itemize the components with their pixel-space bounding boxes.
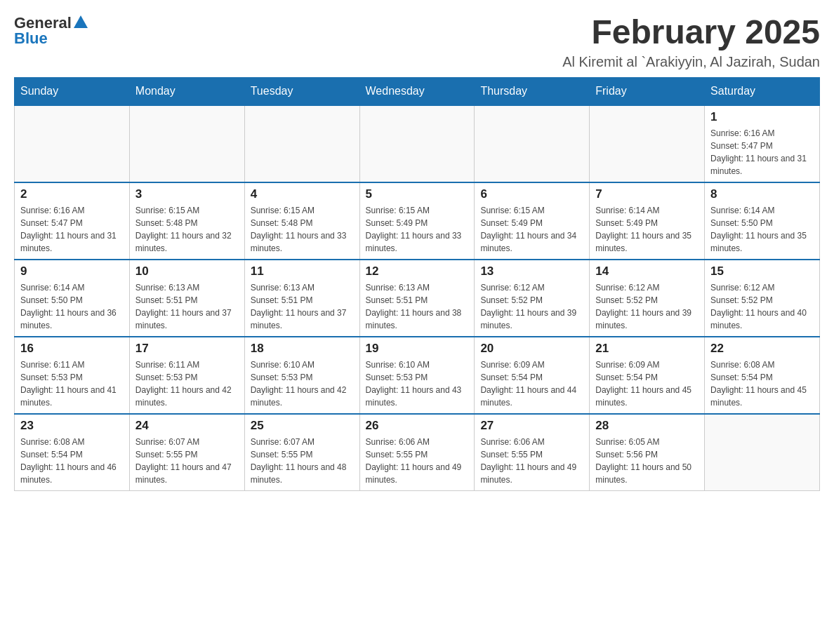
day-number: 21 — [595, 342, 699, 356]
page-header: General Blue February 2025 Al Kiremit al… — [14, 14, 820, 70]
table-row — [705, 414, 820, 491]
logo: General Blue — [14, 14, 88, 48]
month-title: February 2025 — [562, 14, 820, 51]
col-saturday: Saturday — [705, 77, 820, 105]
calendar-week-row: 16Sunrise: 6:11 AMSunset: 5:53 PMDayligh… — [15, 337, 820, 414]
day-number: 18 — [251, 342, 354, 356]
day-number: 1 — [710, 110, 814, 124]
table-row — [244, 105, 359, 182]
col-sunday: Sunday — [15, 77, 130, 105]
table-row: 10Sunrise: 6:13 AMSunset: 5:51 PMDayligh… — [129, 260, 244, 337]
table-row: 27Sunrise: 6:06 AMSunset: 5:55 PMDayligh… — [475, 414, 590, 491]
day-number: 20 — [480, 342, 583, 356]
day-info: Sunrise: 6:10 AMSunset: 5:53 PMDaylight:… — [251, 358, 354, 409]
location-text: Al Kiremit al `Arakiyyin, Al Jazirah, Su… — [562, 54, 820, 70]
logo-blue-text: Blue — [14, 29, 48, 48]
day-number: 22 — [710, 342, 814, 356]
table-row: 4Sunrise: 6:15 AMSunset: 5:48 PMDaylight… — [244, 182, 359, 260]
day-number: 16 — [20, 342, 124, 356]
day-number: 14 — [595, 264, 699, 279]
day-number: 3 — [135, 187, 239, 201]
day-info: Sunrise: 6:15 AMSunset: 5:48 PMDaylight:… — [251, 204, 354, 255]
title-section: February 2025 Al Kiremit al `Arakiyyin, … — [562, 14, 820, 70]
col-friday: Friday — [590, 77, 705, 105]
col-monday: Monday — [129, 77, 244, 105]
table-row: 13Sunrise: 6:12 AMSunset: 5:52 PMDayligh… — [475, 260, 590, 337]
day-number: 27 — [480, 419, 583, 433]
day-number: 6 — [480, 187, 583, 201]
table-row: 12Sunrise: 6:13 AMSunset: 5:51 PMDayligh… — [359, 260, 475, 337]
calendar-header-row: Sunday Monday Tuesday Wednesday Thursday… — [15, 77, 820, 105]
table-row — [475, 105, 590, 182]
day-info: Sunrise: 6:05 AMSunset: 5:56 PMDaylight:… — [595, 436, 699, 486]
day-number: 2 — [20, 187, 124, 201]
day-info: Sunrise: 6:16 AMSunset: 5:47 PMDaylight:… — [20, 204, 124, 255]
day-number: 10 — [135, 264, 239, 279]
calendar-table: Sunday Monday Tuesday Wednesday Thursday… — [14, 77, 820, 492]
col-wednesday: Wednesday — [359, 77, 475, 105]
day-info: Sunrise: 6:06 AMSunset: 5:55 PMDaylight:… — [366, 436, 469, 486]
table-row: 18Sunrise: 6:10 AMSunset: 5:53 PMDayligh… — [244, 337, 359, 414]
day-info: Sunrise: 6:14 AMSunset: 5:49 PMDaylight:… — [595, 204, 699, 255]
calendar-week-row: 1Sunrise: 6:16 AMSunset: 5:47 PMDaylight… — [15, 105, 820, 182]
day-info: Sunrise: 6:14 AMSunset: 5:50 PMDaylight:… — [20, 281, 124, 332]
table-row: 11Sunrise: 6:13 AMSunset: 5:51 PMDayligh… — [244, 260, 359, 337]
table-row — [359, 105, 475, 182]
day-info: Sunrise: 6:08 AMSunset: 5:54 PMDaylight:… — [710, 358, 814, 409]
day-number: 17 — [135, 342, 239, 356]
day-info: Sunrise: 6:15 AMSunset: 5:49 PMDaylight:… — [366, 204, 469, 255]
day-number: 9 — [20, 264, 124, 279]
day-info: Sunrise: 6:13 AMSunset: 5:51 PMDaylight:… — [135, 281, 239, 332]
day-info: Sunrise: 6:15 AMSunset: 5:48 PMDaylight:… — [135, 204, 239, 255]
col-thursday: Thursday — [475, 77, 590, 105]
day-info: Sunrise: 6:10 AMSunset: 5:53 PMDaylight:… — [366, 358, 469, 409]
day-number: 25 — [251, 419, 354, 433]
table-row: 23Sunrise: 6:08 AMSunset: 5:54 PMDayligh… — [15, 414, 130, 491]
day-number: 15 — [710, 264, 814, 279]
table-row: 15Sunrise: 6:12 AMSunset: 5:52 PMDayligh… — [705, 260, 820, 337]
day-info: Sunrise: 6:11 AMSunset: 5:53 PMDaylight:… — [20, 358, 124, 409]
day-number: 28 — [595, 419, 699, 433]
table-row: 14Sunrise: 6:12 AMSunset: 5:52 PMDayligh… — [590, 260, 705, 337]
day-info: Sunrise: 6:15 AMSunset: 5:49 PMDaylight:… — [480, 204, 583, 255]
day-number: 8 — [710, 187, 814, 201]
table-row: 16Sunrise: 6:11 AMSunset: 5:53 PMDayligh… — [15, 337, 130, 414]
table-row — [129, 105, 244, 182]
table-row: 19Sunrise: 6:10 AMSunset: 5:53 PMDayligh… — [359, 337, 475, 414]
day-number: 11 — [251, 264, 354, 279]
table-row: 22Sunrise: 6:08 AMSunset: 5:54 PMDayligh… — [705, 337, 820, 414]
day-info: Sunrise: 6:14 AMSunset: 5:50 PMDaylight:… — [710, 204, 814, 255]
table-row: 26Sunrise: 6:06 AMSunset: 5:55 PMDayligh… — [359, 414, 475, 491]
table-row: 6Sunrise: 6:15 AMSunset: 5:49 PMDaylight… — [475, 182, 590, 260]
table-row: 17Sunrise: 6:11 AMSunset: 5:53 PMDayligh… — [129, 337, 244, 414]
table-row: 8Sunrise: 6:14 AMSunset: 5:50 PMDaylight… — [705, 182, 820, 260]
table-row — [590, 105, 705, 182]
day-info: Sunrise: 6:08 AMSunset: 5:54 PMDaylight:… — [20, 436, 124, 486]
table-row: 9Sunrise: 6:14 AMSunset: 5:50 PMDaylight… — [15, 260, 130, 337]
day-number: 7 — [595, 187, 699, 201]
calendar-week-row: 9Sunrise: 6:14 AMSunset: 5:50 PMDaylight… — [15, 260, 820, 337]
table-row: 5Sunrise: 6:15 AMSunset: 5:49 PMDaylight… — [359, 182, 475, 260]
col-tuesday: Tuesday — [244, 77, 359, 105]
calendar-week-row: 23Sunrise: 6:08 AMSunset: 5:54 PMDayligh… — [15, 414, 820, 491]
table-row: 28Sunrise: 6:05 AMSunset: 5:56 PMDayligh… — [590, 414, 705, 491]
day-info: Sunrise: 6:13 AMSunset: 5:51 PMDaylight:… — [251, 281, 354, 332]
table-row — [15, 105, 130, 182]
day-info: Sunrise: 6:12 AMSunset: 5:52 PMDaylight:… — [710, 281, 814, 332]
day-number: 24 — [135, 419, 239, 433]
day-info: Sunrise: 6:06 AMSunset: 5:55 PMDaylight:… — [480, 436, 583, 486]
day-info: Sunrise: 6:11 AMSunset: 5:53 PMDaylight:… — [135, 358, 239, 409]
day-info: Sunrise: 6:12 AMSunset: 5:52 PMDaylight:… — [480, 281, 583, 332]
day-number: 19 — [366, 342, 469, 356]
day-info: Sunrise: 6:09 AMSunset: 5:54 PMDaylight:… — [480, 358, 583, 409]
day-info: Sunrise: 6:07 AMSunset: 5:55 PMDaylight:… — [251, 436, 354, 486]
day-number: 23 — [20, 419, 124, 433]
table-row: 7Sunrise: 6:14 AMSunset: 5:49 PMDaylight… — [590, 182, 705, 260]
table-row: 20Sunrise: 6:09 AMSunset: 5:54 PMDayligh… — [475, 337, 590, 414]
calendar-week-row: 2Sunrise: 6:16 AMSunset: 5:47 PMDaylight… — [15, 182, 820, 260]
day-number: 26 — [366, 419, 469, 433]
day-info: Sunrise: 6:16 AMSunset: 5:47 PMDaylight:… — [710, 127, 814, 177]
day-number: 5 — [366, 187, 469, 201]
day-number: 13 — [480, 264, 583, 279]
day-info: Sunrise: 6:07 AMSunset: 5:55 PMDaylight:… — [135, 436, 239, 486]
